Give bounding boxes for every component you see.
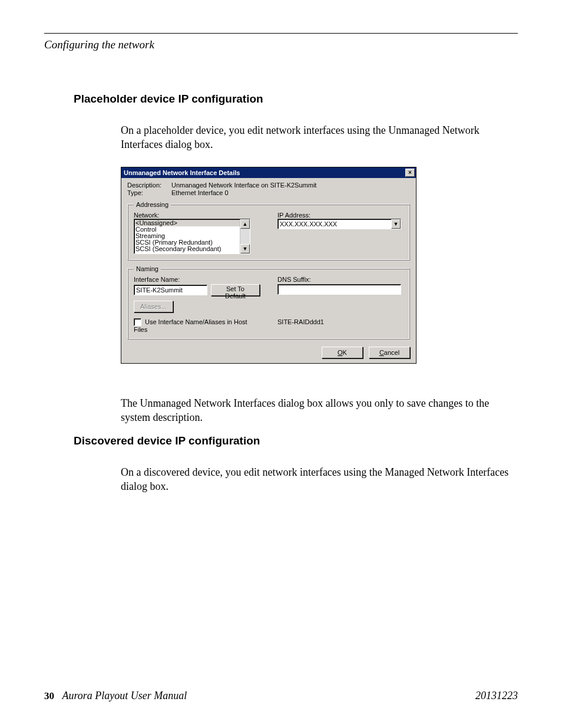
section2-intro: On a discovered device, you edit network… — [121, 465, 518, 494]
section2-heading: Discovered device IP configuration — [74, 434, 518, 447]
section1-outro: The Unmanaged Network Interfaces dialog … — [121, 396, 518, 425]
ip-address-label: IP Address: — [277, 212, 404, 219]
scrollbar[interactable]: ▲ ▼ — [240, 219, 250, 253]
page-footer: 30 Aurora Playout User Manual 20131223 — [44, 690, 518, 702]
cancel-button[interactable]: Cancel — [369, 347, 410, 358]
footer-date: 20131223 — [475, 690, 518, 702]
interface-name-input[interactable]: SITE-K2Summit — [134, 285, 207, 295]
description-value: Unmanaged Network Interface on SITE-K2Su… — [171, 182, 316, 189]
naming-legend: Naming — [134, 265, 161, 272]
section1-intro: On a placeholder device, you edit networ… — [121, 123, 518, 152]
use-hostfiles-label: Use Interface Name/Aliases in Host Files — [134, 318, 247, 334]
ip-address-combo[interactable]: XXX.XXX.XXX.XXX ▼ — [277, 219, 401, 229]
unmanaged-network-interface-dialog: Unmanaged Network Interface Details × De… — [121, 167, 416, 364]
list-item[interactable]: Streaming — [135, 233, 249, 239]
network-label: Network: — [134, 212, 260, 219]
dialog-title: Unmanaged Network Interface Details — [124, 167, 240, 178]
aliases-button[interactable]: Aliases... — [134, 301, 173, 312]
running-header: Configuring the network — [44, 38, 518, 51]
list-item[interactable]: Control — [135, 226, 249, 233]
network-listbox[interactable]: <Unassigned> Control Streaming SCSI (Pri… — [134, 219, 250, 254]
dialog-titlebar: Unmanaged Network Interface Details × — [121, 167, 416, 178]
ip-address-value[interactable]: XXX.XXX.XXX.XXX — [277, 219, 401, 229]
addressing-legend: Addressing — [134, 201, 171, 208]
set-to-default-button[interactable]: Set To Default — [211, 284, 260, 296]
dns-suffix-label: DNS Suffix: — [277, 276, 404, 283]
type-value: Ethernet Interface 0 — [171, 189, 229, 196]
naming-fieldset: Naming Interface Name: SITE-K2Summit Set… — [127, 265, 410, 340]
close-icon[interactable]: × — [405, 169, 415, 177]
manual-title: Aurora Playout User Manual — [62, 690, 187, 701]
interface-name-label: Interface Name: — [134, 276, 260, 283]
scroll-down-icon[interactable]: ▼ — [240, 244, 250, 253]
description-label: Description: — [127, 182, 171, 189]
dns-suffix-input[interactable] — [277, 284, 401, 295]
use-hostfiles-checkbox[interactable] — [134, 318, 141, 326]
ok-button[interactable]: OK — [322, 347, 363, 358]
page-number: 30 — [44, 690, 54, 701]
type-label: Type: — [127, 189, 171, 196]
list-item[interactable]: <Unassigned> — [135, 220, 249, 226]
section1-heading: Placeholder device IP configuration — [74, 93, 518, 106]
list-item[interactable]: SCSI (Primary Redundant) — [135, 239, 249, 246]
addressing-fieldset: Addressing Network: <Unassigned> Control… — [127, 201, 410, 261]
list-item[interactable]: SCSI (Secondary Redundant) — [135, 246, 249, 252]
naming-right-text: SITE-RAIDddd1 — [277, 318, 404, 325]
scroll-up-icon[interactable]: ▲ — [240, 219, 250, 229]
chevron-down-icon[interactable]: ▼ — [391, 219, 401, 229]
